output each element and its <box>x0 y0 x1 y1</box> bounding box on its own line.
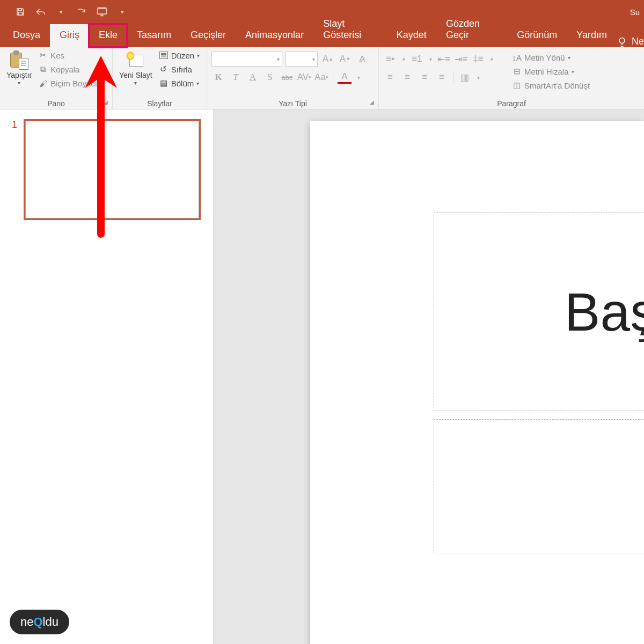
tab-giris[interactable]: Giriş <box>50 24 89 47</box>
strike-button[interactable]: abc <box>280 71 294 84</box>
line-spacing-icon[interactable]: ‡≡ <box>471 53 485 65</box>
tab-gecisler[interactable]: Geçişler <box>181 24 236 47</box>
group-label-pano: Pano ◢ <box>4 98 108 108</box>
group-label-paragraf: Paragraf <box>383 98 640 108</box>
paste-dropdown-icon[interactable]: ▾ <box>18 80 20 86</box>
slide-canvas[interactable]: Başlık <box>310 121 644 644</box>
paste-icon <box>10 50 28 70</box>
new-slide-icon <box>126 52 145 69</box>
undo-dropdown-icon[interactable]: ▾ <box>56 6 67 17</box>
copy-button[interactable]: ⧉ Kopyala <box>37 63 104 75</box>
decrease-font-icon[interactable]: A▼ <box>338 53 352 65</box>
new-slide-button[interactable]: Yeni Slayt ▾ <box>117 49 155 87</box>
group-pano: Yapıştır ▾ ✂ Kes ⧉ Kopyala 🖌 Biçim Boyac… <box>0 47 113 109</box>
font-color-dropdown-icon[interactable]: ▾ <box>355 71 362 84</box>
tell-me[interactable]: Ne <box>617 36 644 47</box>
paste-button[interactable]: Yapıştır ▾ <box>4 49 34 87</box>
qat-customize-icon[interactable]: ▾ <box>117 6 128 17</box>
tab-kaydet[interactable]: Kaydet <box>387 24 436 47</box>
tab-slayt-gosterisi[interactable]: Slayt Gösterisi <box>313 13 387 47</box>
text-direction-button[interactable]: ↕A Metin Yönü▾ <box>511 52 591 63</box>
align-text-button[interactable]: ⊟ Metni Hizala▾ <box>511 65 591 77</box>
tell-me-label: Ne <box>632 36 644 47</box>
smartart-icon: ◫ <box>512 80 522 90</box>
align-left-icon[interactable]: ≡ <box>383 71 397 84</box>
columns-icon[interactable]: ▥ <box>458 71 472 84</box>
font-color-button[interactable]: A <box>338 71 352 84</box>
title-placeholder[interactable]: Başlık <box>434 213 644 411</box>
decrease-indent-icon[interactable]: ⇤≡ <box>437 53 451 65</box>
watermark-badge: neQldu <box>10 610 69 634</box>
tab-tasarim[interactable]: Tasarım <box>127 24 181 47</box>
bold-button[interactable]: K <box>211 71 225 84</box>
smartart-button[interactable]: ◫ SmartArt'a Dönüşt <box>511 79 591 91</box>
increase-font-icon[interactable]: A▲ <box>321 53 335 65</box>
svg-rect-1 <box>18 12 23 15</box>
group-paragraf: ≡•▾ ≡1▾ ⇤≡ ⇥≡ ‡≡▾ ≡ ≡ ≡ ≡ ▥▾ ↕A <box>379 47 644 109</box>
app-title: Su <box>630 8 640 17</box>
tab-ekle[interactable]: Ekle <box>89 24 127 47</box>
change-case-button[interactable]: Aa▾ <box>314 71 328 84</box>
group-label-slaytlar: Slaytlar <box>117 98 202 108</box>
group-yazi-tipi: ▾ ▾ A▲ A▼ A̷ K T A S abc AV▾ Aa▾ A ▾ Yaz… <box>207 47 379 109</box>
layout-button[interactable]: Düzen ▾ <box>158 49 201 61</box>
tab-animasyonlar[interactable]: Animasyonlar <box>236 24 313 47</box>
font-launcher-icon[interactable]: ◢ <box>370 99 374 105</box>
shadow-button[interactable]: S <box>263 71 277 84</box>
work-area: 1 Başlık <box>0 109 644 644</box>
quick-access-toolbar: ▾ ▾ <box>4 6 128 17</box>
section-button[interactable]: ▤ Bölüm ▾ <box>158 77 201 89</box>
tab-dosya[interactable]: Dosya <box>3 24 50 47</box>
ribbon-tabs: Dosya Giriş Ekle Tasarım Geçişler Animas… <box>0 24 644 47</box>
svg-rect-2 <box>98 9 107 14</box>
numbering-icon[interactable]: ≡1 <box>410 53 424 65</box>
ribbon: Yapıştır ▾ ✂ Kes ⧉ Kopyala 🖌 Biçim Boyac… <box>0 47 644 109</box>
new-slide-dropdown-icon[interactable]: ▾ <box>134 80 137 86</box>
redo-icon[interactable] <box>76 6 87 17</box>
group-slaytlar: Yeni Slayt ▾ Düzen ▾ ↺ Sıfırla ▤ Bölüm ▾ <box>113 47 207 109</box>
subtitle-placeholder[interactable] <box>434 419 644 553</box>
bullets-icon[interactable]: ≡• <box>383 53 397 65</box>
section-icon: ▤ <box>159 78 169 88</box>
group-label-yazi-tipi: Yazı Tipi ◢ <box>211 98 374 108</box>
svg-point-3 <box>619 38 625 43</box>
text-direction-icon: ↕A <box>512 53 522 62</box>
tab-gorunum[interactable]: Görünüm <box>507 24 567 47</box>
brush-icon: 🖌 <box>38 78 48 88</box>
tab-yardim[interactable]: Yardım <box>567 24 617 47</box>
underline-button[interactable]: A <box>246 71 260 84</box>
slide-number: 1 <box>9 119 17 220</box>
reset-icon: ↺ <box>159 64 169 74</box>
align-text-icon: ⊟ <box>512 67 522 76</box>
italic-button[interactable]: T <box>229 71 243 84</box>
layout-icon <box>159 50 169 60</box>
clear-format-icon[interactable]: A̷ <box>355 53 369 65</box>
undo-icon[interactable] <box>35 6 46 17</box>
pano-launcher-icon[interactable]: ◢ <box>104 99 108 105</box>
scissors-icon: ✂ <box>38 50 48 60</box>
copy-icon: ⧉ <box>38 64 48 74</box>
svg-rect-0 <box>18 9 21 11</box>
char-spacing-button[interactable]: AV▾ <box>297 71 311 84</box>
tab-gozden-gecir[interactable]: Gözden Geçir <box>436 13 507 47</box>
separator <box>333 71 333 83</box>
cut-button[interactable]: ✂ Kes <box>37 49 104 61</box>
save-icon[interactable] <box>15 6 26 17</box>
format-painter-button[interactable]: 🖌 Biçim Boyacısı <box>37 77 104 89</box>
slideshow-icon[interactable] <box>97 6 107 17</box>
slide-editor-pane[interactable]: Başlık <box>214 109 644 644</box>
align-right-icon[interactable]: ≡ <box>418 71 431 84</box>
increase-indent-icon[interactable]: ⇥≡ <box>454 53 468 65</box>
align-center-icon[interactable]: ≡ <box>400 71 414 84</box>
font-size-combo[interactable]: ▾ <box>286 52 318 67</box>
slide-thumbnail-pane[interactable]: 1 <box>0 109 214 644</box>
justify-icon[interactable]: ≡ <box>435 71 449 84</box>
thumbnail-row: 1 <box>9 119 204 220</box>
reset-button[interactable]: ↺ Sıfırla <box>158 63 201 75</box>
slide-thumbnail-1[interactable] <box>24 119 201 220</box>
font-combo[interactable]: ▾ <box>211 52 282 67</box>
